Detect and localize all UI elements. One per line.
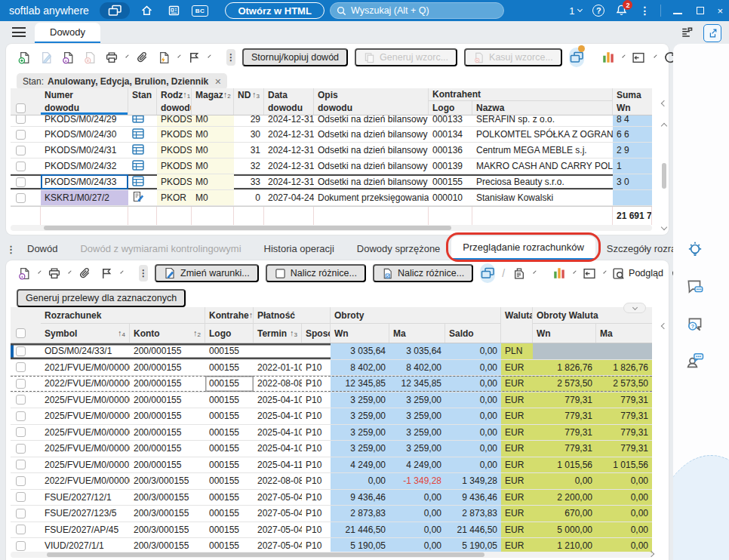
col-group-kontrahent[interactable]: Kontrahe↑1 xyxy=(205,307,254,324)
row-checkbox[interactable] xyxy=(16,346,26,356)
table-row[interactable]: 2025/FVUE/M0/00000200/0001550001552025-0… xyxy=(11,408,652,425)
zmien-warunki-button[interactable]: Zmień warunki... xyxy=(155,264,259,282)
tab-dowod[interactable]: Dowód xyxy=(16,236,69,260)
table-row[interactable]: FSUE/2027/AP/45200/3/0001550001552027-05… xyxy=(11,522,652,539)
scroll-thumb[interactable] xyxy=(47,552,484,557)
row-checkbox[interactable] xyxy=(16,395,26,405)
col-konto[interactable]: Konto↑2 xyxy=(130,324,205,343)
generuj-wzorzec-button[interactable]: Generuj wzorc... xyxy=(355,48,457,66)
row-checkbox[interactable] xyxy=(16,379,26,389)
col-group-rozrachunek[interactable]: Rozrachunek xyxy=(41,307,205,324)
chevron-down-icon[interactable] xyxy=(120,270,123,273)
tab-dowody[interactable]: Dowody xyxy=(35,23,100,44)
nalicz-roznice-button-1[interactable]: Nalicz różnice... xyxy=(266,264,366,282)
chevron-down-icon[interactable] xyxy=(622,54,625,57)
row-checkbox[interactable] xyxy=(16,193,26,203)
chevron-down-icon[interactable] xyxy=(654,54,657,57)
scroll-up-icon[interactable] xyxy=(661,123,667,129)
window-minimize-button[interactable] xyxy=(672,7,684,14)
profile-selector[interactable]: 1 xyxy=(569,5,582,17)
col-logo[interactable]: Logo xyxy=(429,101,472,115)
new-document-button[interactable] xyxy=(17,50,32,65)
row-checkbox[interactable] xyxy=(16,362,26,372)
bc-button[interactable]: BC xyxy=(192,5,209,17)
col-rodz[interactable]: Rodz↑1 xyxy=(157,88,192,101)
documents-horizontal-scrollbar[interactable] xyxy=(11,225,652,231)
document-info-button[interactable] xyxy=(60,50,75,65)
table-row[interactable]: PKODS/M0/24/31PKODSM0312024-12-31Odsetki… xyxy=(11,143,652,158)
col-symbol[interactable]: Symbol↑4 xyxy=(41,324,130,343)
table-row[interactable]: 2022/FVUE/M0/00000200/0001550001552022-0… xyxy=(11,376,652,392)
feedback-button[interactable] xyxy=(684,276,706,299)
open-in-html-button[interactable]: Otwórz w HTML xyxy=(225,2,325,19)
print-button[interactable] xyxy=(47,266,62,281)
row-checkbox[interactable] xyxy=(16,509,26,518)
stornuj-kopiuj-button[interactable]: Stornuj/kopiuj dowód xyxy=(242,48,348,66)
col-group-kontrahent[interactable]: Kontrahent xyxy=(429,88,613,101)
window-maximize-button[interactable] xyxy=(694,7,706,14)
document-actions-button[interactable] xyxy=(156,50,171,65)
row-checkbox[interactable] xyxy=(16,427,26,437)
select-all-checkbox[interactable] xyxy=(11,324,30,343)
scroll-down-icon[interactable] xyxy=(661,224,667,230)
row-checkbox[interactable] xyxy=(16,162,26,171)
row-checkbox[interactable] xyxy=(16,146,26,155)
table-row[interactable]: 2021/FVUE/M0/00000200/0001550001552022-0… xyxy=(11,360,652,377)
news-button[interactable] xyxy=(165,2,184,19)
table-row[interactable]: 2025/FVUE/M0/00001200/0001550001552025-0… xyxy=(11,457,652,474)
col-waluta-wn[interactable]: Wn xyxy=(533,324,596,343)
flag-button[interactable] xyxy=(186,50,201,65)
view-layers-toggle[interactable] xyxy=(480,263,495,283)
col-sposob[interactable]: Sposób xyxy=(302,324,331,343)
col-data[interactable]: Data xyxy=(264,88,314,101)
row-checkbox[interactable] xyxy=(16,177,26,187)
kasuj-wzorce-button[interactable]: Kasuj wzorce... xyxy=(464,48,562,66)
col-nd[interactable]: ND↑3 xyxy=(234,88,264,101)
chart-view-button[interactable] xyxy=(601,50,616,65)
contact-button[interactable] xyxy=(684,349,706,371)
table-row[interactable]: FSUE/2027/123/5200/3/0001550001552027-05… xyxy=(11,506,652,522)
toolbar-overflow-button[interactable]: ⋮ xyxy=(226,49,235,66)
col-termin[interactable]: Termin↑3 xyxy=(254,324,302,343)
chevron-down-icon[interactable] xyxy=(533,270,536,273)
row-checkbox[interactable] xyxy=(16,115,26,124)
filter-remove-icon[interactable]: ✕ xyxy=(214,77,221,87)
table-row[interactable]: 2025/FVUE/M0/00000200/0001550001552025-0… xyxy=(11,425,652,442)
chart-view-button[interactable] xyxy=(552,266,567,281)
collapse-columns-button[interactable] xyxy=(623,303,646,313)
panel-layout-button[interactable] xyxy=(631,50,646,65)
scroll-thumb[interactable] xyxy=(662,163,666,189)
scroll-left-icon[interactable] xyxy=(661,100,667,106)
row-checkbox[interactable] xyxy=(16,130,26,140)
attachments-button[interactable] xyxy=(77,266,92,281)
settlements-horizontal-scrollbar[interactable] xyxy=(11,552,652,558)
home-button[interactable] xyxy=(137,2,157,19)
chevron-down-icon[interactable] xyxy=(573,270,576,273)
tab-dowody-sprzezone[interactable]: Dowody sprzężone xyxy=(346,236,452,260)
table-row[interactable]: PKODS/M0/24/29PKODSM0292024-12-31Odsetki… xyxy=(11,115,652,127)
chevron-down-icon[interactable] xyxy=(603,270,606,273)
col-nazwa[interactable]: Nazwa xyxy=(472,101,613,115)
col-saldo[interactable]: Saldo xyxy=(445,324,501,343)
table-row[interactable]: ODS/M0/24/33/1200/0001550001553 035,643 … xyxy=(11,343,652,360)
share-button[interactable] xyxy=(703,24,721,42)
table-row[interactable]: 2022/FVUE/M0/00000200/3/0001550001552022… xyxy=(11,473,652,490)
podglad-button[interactable]: Podgląd xyxy=(612,267,663,280)
table-row[interactable]: PKODS/M0/24/30PKODSM0302024-12-31Odsetki… xyxy=(11,127,652,143)
col-waluta-ma[interactable]: Ma xyxy=(596,324,652,343)
table-row[interactable]: FSUE/2027/12/1200/3/0001550001552027-05-… xyxy=(11,490,652,506)
report-page-button[interactable] xyxy=(512,266,527,281)
col-suma[interactable]: Suma xyxy=(613,88,652,101)
chevron-down-icon[interactable] xyxy=(177,54,180,57)
col-logo[interactable]: Logo xyxy=(205,324,254,343)
chevron-down-icon[interactable] xyxy=(208,54,211,57)
table-row[interactable]: PKODS/M0/24/33PKODSM0332024-12-31Odsetki… xyxy=(11,174,652,190)
row-checkbox[interactable] xyxy=(16,460,26,469)
notifications-button[interactable]: 2 xyxy=(615,4,629,17)
row-checkbox[interactable] xyxy=(16,525,26,534)
table-row[interactable]: 2025/FVUE/M0/00000200/0001550001552025-0… xyxy=(11,441,652,457)
tabs-overflow-icon[interactable]: ⋮ xyxy=(6,244,16,255)
attachments-button[interactable] xyxy=(134,50,149,65)
panel-layout-button[interactable] xyxy=(582,266,597,281)
col-group-obroty[interactable]: Obroty xyxy=(331,307,501,324)
